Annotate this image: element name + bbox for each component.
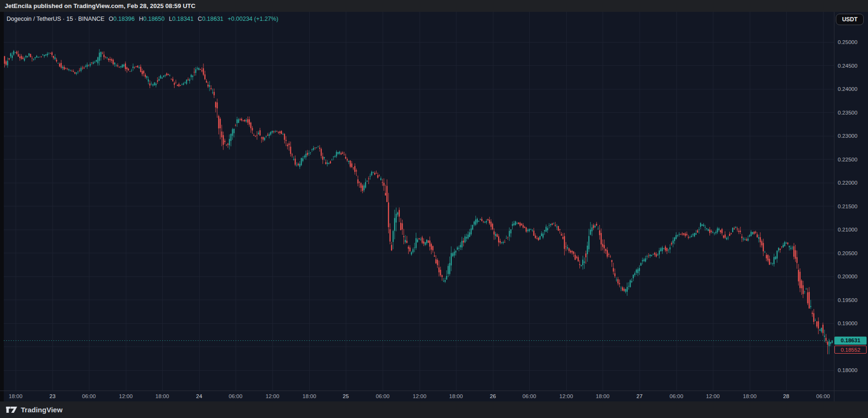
ohlc-c: C0.18631 — [198, 16, 223, 22]
time-axis-label: 06:00 — [516, 392, 543, 400]
ohlc-readout: O0.18396H0.18650L0.18341C0.18631 — [109, 16, 224, 22]
price-tick-label: 0.25000 — [838, 38, 866, 46]
time-axis-label: 18:00 — [2, 392, 29, 400]
time-axis-day-label: 23 — [39, 392, 66, 400]
last-price-badge: 0.18631 — [834, 337, 867, 345]
attribution-text: JetEncila published on TradingView.com, … — [5, 2, 195, 9]
time-axis-label: 06:00 — [369, 392, 396, 400]
chart-widget[interactable]: Dogecoin / TetherUS · 15 · BINANCE O0.18… — [0, 12, 868, 401]
time-axis-label: 18:00 — [589, 392, 616, 400]
price-tick-label: 0.24000 — [838, 85, 866, 93]
time-axis-label: 12:00 — [700, 392, 726, 400]
ohlc-o: O0.18396 — [109, 16, 135, 22]
price-change: +0.00234 (+1.27%) — [228, 16, 278, 22]
ohlc-l: L0.18341 — [169, 16, 193, 22]
price-tick-label: 0.19500 — [838, 296, 866, 304]
time-axis-label: 06:00 — [222, 392, 249, 400]
time-axis-label: 06:00 — [663, 392, 690, 400]
price-tick-label: 0.22500 — [838, 156, 866, 163]
time-axis-label: 06:00 — [810, 392, 836, 400]
time-axis-label: 18:00 — [296, 392, 323, 400]
symbol-title: Dogecoin / TetherUS · 15 · BINANCE — [7, 16, 105, 22]
tradingview-brand[interactable]: TradingView — [21, 406, 62, 414]
attribution-bar: JetEncila published on TradingView.com, … — [0, 0, 868, 12]
time-axis-label: 12:00 — [553, 392, 579, 400]
time-axis-day-label: 27 — [626, 392, 653, 400]
time-axis-label: 12:00 — [113, 392, 139, 400]
price-tick-label: 0.18000 — [838, 366, 866, 374]
axis-separators — [0, 12, 868, 401]
price-tick-label: 0.22000 — [838, 179, 866, 187]
time-axis-label: 06:00 — [76, 392, 102, 400]
price-tick-label: 0.24500 — [838, 62, 866, 70]
price-tick-label: 0.23000 — [838, 132, 866, 140]
time-axis-day-label: 24 — [186, 392, 212, 400]
time-axis-day-label: 25 — [333, 392, 359, 400]
price-tick-label: 0.21000 — [838, 226, 866, 233]
footer-bar: TradingView — [0, 401, 868, 418]
time-axis-label: 12:00 — [259, 392, 286, 400]
price-tick-label: 0.19000 — [838, 320, 866, 327]
secondary-price-badge: 0.18552 — [834, 346, 867, 354]
currency-button[interactable]: USDT — [836, 14, 864, 25]
candles-layer — [4, 49, 833, 354]
tradingview-snapshot: JetEncila published on TradingView.com, … — [0, 0, 868, 418]
ohlc-h: H0.18650 — [139, 16, 165, 22]
tradingview-logo-icon[interactable] — [6, 406, 18, 413]
time-axis-day-label: 28 — [773, 392, 799, 400]
time-axis-day-label: 26 — [480, 392, 506, 400]
time-axis-label: 18:00 — [149, 392, 175, 400]
price-tick-label: 0.23500 — [838, 109, 866, 116]
price-tick-label: 0.20500 — [838, 249, 866, 257]
time-axis-label: 12:00 — [406, 392, 433, 400]
time-axis-label: 18:00 — [736, 392, 763, 400]
time-axis-label: 18:00 — [443, 392, 469, 400]
price-tick-label: 0.20000 — [838, 273, 866, 280]
symbol-legend: Dogecoin / TetherUS · 15 · BINANCE O0.18… — [7, 15, 278, 23]
plot-area[interactable] — [0, 12, 868, 401]
price-tick-label: 0.21500 — [838, 203, 866, 210]
